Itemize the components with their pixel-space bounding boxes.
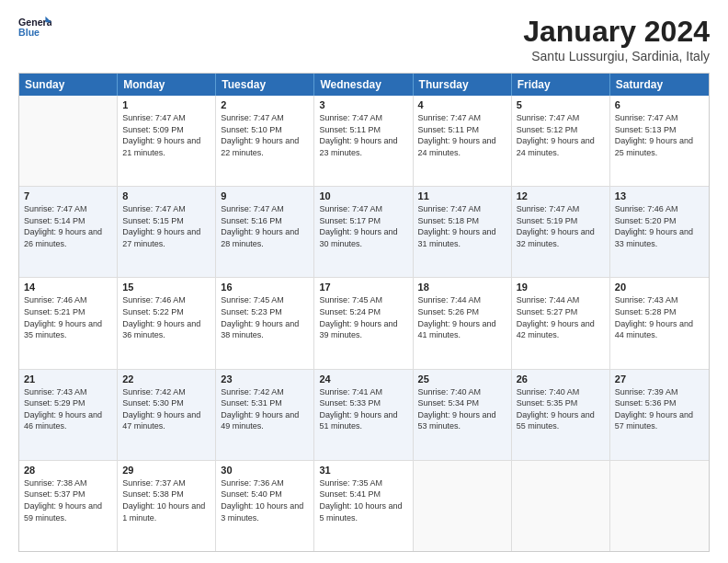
calendar-cell-w4-d7: 27Sunrise: 7:39 AMSunset: 5:36 PMDayligh… xyxy=(610,370,709,460)
calendar-cell-w2-d6: 12Sunrise: 7:47 AMSunset: 5:19 PMDayligh… xyxy=(512,187,610,277)
day-info: Sunrise: 7:47 AMSunset: 5:10 PMDaylight:… xyxy=(221,112,309,158)
day-number: 17 xyxy=(319,282,407,293)
day-number: 22 xyxy=(122,373,210,385)
calendar-cell-w5-d7 xyxy=(610,461,709,551)
day-number: 25 xyxy=(418,373,506,385)
calendar-cell-w3-d2: 15Sunrise: 7:46 AMSunset: 5:22 PMDayligh… xyxy=(118,278,216,368)
calendar-week-5: 28Sunrise: 7:38 AMSunset: 5:37 PMDayligh… xyxy=(19,461,709,551)
calendar-week-4: 21Sunrise: 7:43 AMSunset: 5:29 PMDayligh… xyxy=(19,370,709,461)
day-info: Sunrise: 7:46 AMSunset: 5:21 PMDaylight:… xyxy=(24,294,112,340)
day-number: 6 xyxy=(615,99,704,110)
svg-text:Blue: Blue xyxy=(18,27,40,38)
day-info: Sunrise: 7:43 AMSunset: 5:28 PMDaylight:… xyxy=(615,294,704,340)
day-info: Sunrise: 7:40 AMSunset: 5:35 PMDaylight:… xyxy=(517,386,605,432)
day-info: Sunrise: 7:47 AMSunset: 5:17 PMDaylight:… xyxy=(319,203,407,249)
calendar-cell-w2-d7: 13Sunrise: 7:46 AMSunset: 5:20 PMDayligh… xyxy=(610,187,709,277)
day-info: Sunrise: 7:37 AMSunset: 5:38 PMDaylight:… xyxy=(122,477,210,523)
day-number: 16 xyxy=(221,282,309,293)
header-saturday: Saturday xyxy=(610,74,709,96)
calendar-cell-w4-d3: 23Sunrise: 7:42 AMSunset: 5:31 PMDayligh… xyxy=(216,370,314,460)
day-number: 21 xyxy=(24,373,112,385)
day-number: 30 xyxy=(221,465,309,476)
day-info: Sunrise: 7:47 AMSunset: 5:16 PMDaylight:… xyxy=(221,203,309,249)
calendar-week-2: 7Sunrise: 7:47 AMSunset: 5:14 PMDaylight… xyxy=(19,187,709,278)
day-number: 10 xyxy=(319,190,407,201)
header-thursday: Thursday xyxy=(414,74,512,96)
day-number: 14 xyxy=(24,282,112,293)
day-info: Sunrise: 7:42 AMSunset: 5:30 PMDaylight:… xyxy=(122,386,210,432)
calendar-cell-w1-d4: 3Sunrise: 7:47 AMSunset: 5:11 PMDaylight… xyxy=(314,96,413,186)
day-info: Sunrise: 7:47 AMSunset: 5:11 PMDaylight:… xyxy=(319,112,407,158)
calendar-cell-w4-d6: 26Sunrise: 7:40 AMSunset: 5:35 PMDayligh… xyxy=(512,370,610,460)
day-info: Sunrise: 7:47 AMSunset: 5:12 PMDaylight:… xyxy=(517,112,605,158)
day-number: 26 xyxy=(517,373,605,385)
calendar-week-3: 14Sunrise: 7:46 AMSunset: 5:21 PMDayligh… xyxy=(19,278,709,369)
day-info: Sunrise: 7:47 AMSunset: 5:19 PMDaylight:… xyxy=(517,203,605,249)
calendar-header: Sunday Monday Tuesday Wednesday Thursday… xyxy=(19,74,709,96)
calendar-cell-w5-d2: 29Sunrise: 7:37 AMSunset: 5:38 PMDayligh… xyxy=(118,461,216,551)
calendar-cell-w2-d5: 11Sunrise: 7:47 AMSunset: 5:18 PMDayligh… xyxy=(414,187,512,277)
day-number: 23 xyxy=(221,373,309,385)
day-number: 7 xyxy=(24,190,112,201)
day-number: 27 xyxy=(615,373,704,385)
header-friday: Friday xyxy=(512,74,610,96)
title-block: January 2024 Santu Lussurgiu, Sardinia, … xyxy=(523,15,710,63)
calendar-cell-w3-d6: 19Sunrise: 7:44 AMSunset: 5:27 PMDayligh… xyxy=(512,278,610,368)
calendar-cell-w1-d1 xyxy=(19,96,118,186)
day-info: Sunrise: 7:47 AMSunset: 5:15 PMDaylight:… xyxy=(122,203,210,249)
calendar-cell-w2-d2: 8Sunrise: 7:47 AMSunset: 5:15 PMDaylight… xyxy=(118,187,216,277)
calendar-cell-w1-d3: 2Sunrise: 7:47 AMSunset: 5:10 PMDaylight… xyxy=(216,96,314,186)
day-info: Sunrise: 7:47 AMSunset: 5:14 PMDaylight:… xyxy=(24,203,112,249)
day-number: 20 xyxy=(615,282,704,293)
calendar-cell-w4-d5: 25Sunrise: 7:40 AMSunset: 5:34 PMDayligh… xyxy=(414,370,512,460)
calendar-cell-w5-d6 xyxy=(512,461,610,551)
day-info: Sunrise: 7:47 AMSunset: 5:11 PMDaylight:… xyxy=(418,112,506,158)
calendar-cell-w5-d3: 30Sunrise: 7:36 AMSunset: 5:40 PMDayligh… xyxy=(216,461,314,551)
day-info: Sunrise: 7:41 AMSunset: 5:33 PMDaylight:… xyxy=(319,386,407,432)
calendar-cell-w2-d3: 9Sunrise: 7:47 AMSunset: 5:16 PMDaylight… xyxy=(216,187,314,277)
day-number: 5 xyxy=(517,99,605,110)
subtitle: Santu Lussurgiu, Sardinia, Italy xyxy=(523,49,710,63)
day-number: 2 xyxy=(221,99,309,110)
day-number: 1 xyxy=(122,99,210,110)
calendar-cell-w1-d7: 6Sunrise: 7:47 AMSunset: 5:13 PMDaylight… xyxy=(610,96,709,186)
day-info: Sunrise: 7:36 AMSunset: 5:40 PMDaylight:… xyxy=(221,477,309,523)
calendar-cell-w3-d7: 20Sunrise: 7:43 AMSunset: 5:28 PMDayligh… xyxy=(610,278,709,368)
logo: General Blue xyxy=(18,15,51,40)
calendar-cell-w1-d6: 5Sunrise: 7:47 AMSunset: 5:12 PMDaylight… xyxy=(512,96,610,186)
day-number: 9 xyxy=(221,190,309,201)
day-number: 8 xyxy=(122,190,210,201)
day-info: Sunrise: 7:44 AMSunset: 5:27 PMDaylight:… xyxy=(517,294,605,340)
month-title: January 2024 xyxy=(523,15,710,49)
day-info: Sunrise: 7:42 AMSunset: 5:31 PMDaylight:… xyxy=(221,386,309,432)
calendar-cell-w5-d4: 31Sunrise: 7:35 AMSunset: 5:41 PMDayligh… xyxy=(314,461,413,551)
header-monday: Monday xyxy=(118,74,216,96)
calendar-body: 1Sunrise: 7:47 AMSunset: 5:09 PMDaylight… xyxy=(19,96,709,551)
day-info: Sunrise: 7:44 AMSunset: 5:26 PMDaylight:… xyxy=(418,294,506,340)
day-number: 31 xyxy=(319,465,407,476)
calendar-cell-w1-d5: 4Sunrise: 7:47 AMSunset: 5:11 PMDaylight… xyxy=(414,96,512,186)
day-number: 24 xyxy=(319,373,407,385)
logo-icon: General Blue xyxy=(18,15,51,40)
calendar-cell-w4-d1: 21Sunrise: 7:43 AMSunset: 5:29 PMDayligh… xyxy=(19,370,118,460)
day-info: Sunrise: 7:45 AMSunset: 5:24 PMDaylight:… xyxy=(319,294,407,340)
header-tuesday: Tuesday xyxy=(216,74,314,96)
calendar-cell-w4-d4: 24Sunrise: 7:41 AMSunset: 5:33 PMDayligh… xyxy=(314,370,413,460)
day-info: Sunrise: 7:35 AMSunset: 5:41 PMDaylight:… xyxy=(319,477,407,523)
day-number: 28 xyxy=(24,465,112,476)
day-info: Sunrise: 7:47 AMSunset: 5:09 PMDaylight:… xyxy=(122,112,210,158)
calendar-cell-w3-d3: 16Sunrise: 7:45 AMSunset: 5:23 PMDayligh… xyxy=(216,278,314,368)
day-number: 15 xyxy=(122,282,210,293)
calendar-cell-w3-d1: 14Sunrise: 7:46 AMSunset: 5:21 PMDayligh… xyxy=(19,278,118,368)
header: General Blue January 2024 Santu Lussurgi… xyxy=(18,15,710,63)
day-number: 3 xyxy=(319,99,407,110)
day-number: 19 xyxy=(517,282,605,293)
day-number: 13 xyxy=(615,190,704,201)
calendar-cell-w4-d2: 22Sunrise: 7:42 AMSunset: 5:30 PMDayligh… xyxy=(118,370,216,460)
calendar-cell-w1-d2: 1Sunrise: 7:47 AMSunset: 5:09 PMDaylight… xyxy=(118,96,216,186)
day-number: 11 xyxy=(418,190,506,201)
calendar-cell-w2-d1: 7Sunrise: 7:47 AMSunset: 5:14 PMDaylight… xyxy=(19,187,118,277)
calendar-cell-w5-d1: 28Sunrise: 7:38 AMSunset: 5:37 PMDayligh… xyxy=(19,461,118,551)
calendar-cell-w2-d4: 10Sunrise: 7:47 AMSunset: 5:17 PMDayligh… xyxy=(314,187,413,277)
day-info: Sunrise: 7:46 AMSunset: 5:22 PMDaylight:… xyxy=(122,294,210,340)
